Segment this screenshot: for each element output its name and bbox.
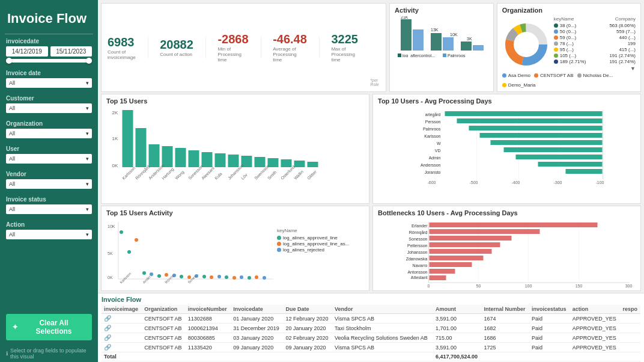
activity-panel: Activity 21K 13K 10K 3K log_aftercontrol…: [389, 3, 494, 92]
action-select[interactable]: All ▾: [6, 230, 92, 239]
td-link[interactable]: 🔗: [102, 343, 142, 352]
td-respo: [620, 314, 640, 324]
svg-text:2K: 2K: [112, 110, 118, 115]
user-select[interactable]: All ▾: [6, 154, 92, 164]
activity-scatter-chart: 10K 5K 0K: [106, 219, 275, 285]
table-row[interactable]: 🔗 CENTSOFT AB 1000621394 31 December 201…: [102, 324, 640, 333]
slider-thumb-right[interactable]: [86, 58, 92, 64]
th-action: action: [570, 305, 621, 314]
org-legend: keyName Company 38 (0...) 563 (8.06%) 50…: [554, 16, 636, 72]
invoice-table-section: Invoice Flow invoiceimage Organization i…: [98, 293, 644, 362]
td-status: Paid: [529, 343, 570, 352]
table-title: Invoice Flow: [102, 296, 640, 303]
td-respo: [620, 343, 640, 352]
org-title: Organization: [502, 7, 636, 14]
kpi-avg-processing: -46.48 Average of Processing time: [273, 32, 307, 63]
td-link[interactable]: 🔗: [102, 333, 142, 343]
table-row[interactable]: 🔗 CENTSOFT AB 11302688 01 January 2020 1…: [102, 314, 640, 324]
svg-text:Sonesson: Sonesson: [409, 237, 427, 241]
kpi-count-action-value: 20882: [160, 38, 193, 52]
bottlenecks-title: Bottlenecks 10 Users - Avg Processing Da…: [378, 209, 636, 216]
svg-text:Johansson: Johansson: [407, 250, 428, 254]
date-range-row: 14/12/2019 15/11/2023: [6, 46, 92, 57]
svg-text:13K: 13K: [431, 28, 439, 32]
top10-avg-title: Top 10 Users - Avg Processing Days: [378, 97, 636, 105]
action-label: Action: [6, 221, 92, 228]
svg-text:10K: 10K: [450, 32, 458, 37]
svg-rect-24: [136, 128, 147, 167]
date-from[interactable]: 14/12/2019: [6, 46, 48, 57]
invoice-status-filter: Invoice status All ▾: [0, 192, 98, 218]
svg-rect-12: [443, 54, 446, 57]
customer-select[interactable]: All ▾: [6, 103, 92, 113]
kpi-count-invoice: 6983 Count of invoiceimage: [108, 35, 136, 60]
chevron-down-icon: ▾: [86, 80, 89, 86]
svg-text:Karlsson: Karlsson: [119, 272, 132, 284]
td-vendor: Visma SPCS AB: [332, 343, 433, 352]
td-total-label: Total: [102, 352, 433, 361]
svg-text:-100: -100: [595, 180, 604, 185]
svg-rect-66: [457, 118, 603, 123]
organization-select[interactable]: All ▾: [6, 129, 92, 138]
chevron-down-icon: ▾: [86, 130, 89, 137]
svg-text:Pettersson: Pettersson: [407, 244, 428, 248]
chevron-down-icon: ▾: [86, 181, 89, 187]
td-invdate: 31 December 2019: [231, 324, 283, 333]
svg-rect-29: [202, 152, 213, 167]
svg-rect-1: [413, 29, 424, 51]
svg-text:Attestant: Attestant: [411, 275, 428, 280]
clear-all-button[interactable]: ✦ Clear All Selections: [6, 314, 92, 340]
table-row[interactable]: 🔗 CENTSOFT AB 11335420 09 January 2020 0…: [102, 343, 640, 352]
td-org: CENTSOFT AB: [142, 314, 186, 324]
chevron-down-icon: ▾: [86, 232, 89, 238]
svg-point-86: [120, 230, 123, 234]
td-status: Paid: [529, 333, 570, 343]
svg-rect-36: [294, 161, 305, 167]
td-intnum: 1682: [482, 324, 530, 333]
vendor-select[interactable]: All ▾: [6, 179, 92, 189]
table-row[interactable]: 🔗 CENTSOFT AB 800306885 03 January 2020 …: [102, 333, 640, 343]
kpi-count-action-label: Count of action: [160, 52, 193, 57]
svg-text:Kula: Kula: [214, 171, 223, 180]
svg-rect-4: [461, 41, 472, 51]
svg-text:Smith: Smith: [267, 170, 278, 180]
org-donut-chart: [502, 22, 550, 67]
user-filter: User All ▾: [0, 142, 98, 167]
table-total-row: Total 6,417,700,524.00: [102, 352, 640, 361]
organization-filter: Organization All ▾: [0, 117, 98, 142]
th-invoicedate: Invoicedate: [231, 305, 283, 314]
svg-rect-70: [480, 133, 603, 138]
invoice-date-filter: Invoice date All ▾: [0, 66, 98, 91]
th-organization: Organization: [142, 305, 186, 314]
svg-point-105: [263, 276, 266, 280]
invoice-date-select[interactable]: All ▾: [6, 78, 92, 88]
svg-point-87: [127, 250, 131, 254]
svg-point-104: [255, 275, 258, 279]
svg-rect-76: [516, 155, 603, 159]
td-link[interactable]: 🔗: [102, 314, 142, 324]
kpi-panel: 6983 Count of invoiceimage 20882 Count o…: [101, 3, 386, 92]
svg-point-102: [240, 275, 243, 279]
kpi-min-value: -2868: [217, 32, 248, 46]
svg-rect-25: [149, 144, 160, 167]
svg-rect-2: [431, 33, 442, 51]
invoice-status-select[interactable]: All ▾: [6, 204, 92, 214]
app-title: Invoice Flow: [0, 0, 98, 34]
td-link[interactable]: 🔗: [102, 324, 142, 333]
svg-text:Erlander: Erlander: [412, 224, 428, 228]
svg-rect-123: [430, 229, 540, 234]
date-to[interactable]: 15/11/2023: [50, 46, 93, 57]
activity-legend: keyName log_alines_approved_line log_ali…: [277, 228, 349, 253]
user-label: User: [6, 146, 92, 152]
td-respo: [620, 324, 640, 333]
svg-text:Karlsson: Karlsson: [121, 166, 136, 180]
svg-text:log_aftercontrol...: log_aftercontrol...: [402, 54, 435, 57]
svg-text:Joransto: Joransto: [425, 170, 441, 174]
slider-thumb-left[interactable]: [6, 58, 12, 64]
svg-rect-80: [566, 169, 603, 174]
svg-text:Rönnqård: Rönnqård: [409, 230, 428, 235]
svg-text:-400: -400: [511, 180, 520, 185]
svg-point-100: [225, 275, 228, 279]
date-slider[interactable]: [6, 59, 92, 63]
org-expand-icon[interactable]: ▼: [630, 66, 636, 72]
